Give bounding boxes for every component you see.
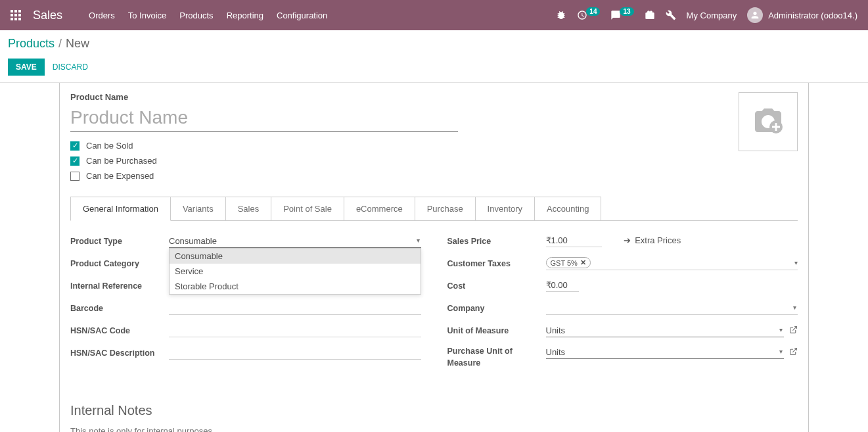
company-label: Company [447, 304, 546, 313]
product-category-label: Product Category [70, 259, 169, 268]
breadcrumb-products[interactable]: Products [8, 37, 55, 51]
hsn-code-label: HSN/SAC Code [70, 326, 169, 335]
nav-configuration[interactable]: Configuration [277, 11, 327, 20]
sales-price-value[interactable]: ₹1.00 [546, 235, 602, 247]
tab-accounting[interactable]: Accounting [534, 197, 601, 221]
internal-notes-title: Internal Notes [70, 403, 798, 418]
tab-point-of-sale[interactable]: Point of Sale [271, 197, 344, 221]
action-buttons: SAVE DISCARD [8, 59, 860, 82]
nav-menu: Orders To Invoice Products Reporting Con… [89, 11, 556, 20]
activities-icon[interactable]: 14 [577, 10, 600, 20]
purchase-uom-select[interactable] [546, 346, 785, 359]
dropdown-option-service[interactable]: Service [170, 264, 421, 279]
barcode-input[interactable] [169, 302, 421, 315]
svg-rect-7 [14, 18, 17, 20]
product-type-select[interactable] [169, 235, 421, 248]
cost-value[interactable]: ₹0.00 [546, 280, 579, 292]
product-image-upload[interactable] [739, 92, 798, 151]
cost-label: Cost [447, 281, 546, 291]
uom-select[interactable] [546, 324, 785, 337]
external-link-icon[interactable] [789, 325, 798, 336]
purchase-uom-label: Purchase Unit of Measure [447, 346, 546, 369]
company-name[interactable]: My Company [687, 11, 737, 20]
nav-reporting[interactable]: Reporting [227, 11, 263, 20]
app-title[interactable]: Sales [33, 9, 62, 22]
tab-sales[interactable]: Sales [225, 197, 272, 221]
discuss-badge: 13 [620, 7, 633, 16]
dropdown-option-consumable[interactable]: Consumable [170, 249, 421, 264]
form-sheet: Product Name Can be Sold Can be Purchase… [59, 83, 809, 432]
hsn-code-input[interactable] [169, 324, 421, 337]
right-column: Sales Price ₹1.00 ➔ Extra Prices Custome… [447, 234, 798, 377]
save-button[interactable]: SAVE [8, 59, 45, 76]
tab-ecommerce[interactable]: eCommerce [344, 197, 415, 221]
checkbox-icon [70, 141, 80, 151]
checkbox-icon [70, 172, 80, 181]
product-name-input[interactable] [70, 105, 458, 132]
breadcrumb-current: New [66, 37, 89, 51]
hsn-desc-input[interactable] [169, 347, 421, 360]
svg-rect-6 [11, 18, 13, 20]
company-select[interactable] [546, 302, 798, 315]
breadcrumb: Products / New [8, 37, 860, 51]
customer-taxes-field[interactable]: GST 5% ✕ ▾ [546, 257, 798, 270]
product-type-dropdown: Consumable Service Storable Product [169, 248, 421, 295]
svg-rect-8 [18, 18, 21, 20]
tab-purchase[interactable]: Purchase [415, 197, 476, 221]
tab-general-information[interactable]: General Information [70, 197, 171, 221]
activities-badge: 14 [586, 7, 600, 16]
nav-orders[interactable]: Orders [89, 11, 115, 20]
barcode-label: Barcode [70, 304, 169, 313]
navbar: Sales Orders To Invoice Products Reporti… [0, 0, 868, 30]
svg-rect-2 [18, 10, 21, 12]
arrow-right-icon: ➔ [624, 235, 631, 245]
user-menu[interactable]: Administrator (odoo14.) [747, 7, 857, 23]
svg-rect-1 [14, 10, 17, 12]
gift-icon[interactable] [645, 10, 655, 20]
apps-icon[interactable] [11, 10, 21, 20]
can-be-purchased-checkbox[interactable]: Can be Purchased [70, 156, 739, 166]
uom-label: Unit of Measure [447, 326, 546, 335]
can-be-sold-label: Can be Sold [86, 141, 133, 151]
debug-icon[interactable] [556, 10, 566, 20]
tab-inventory[interactable]: Inventory [475, 197, 535, 221]
user-name: Administrator (odoo14.) [768, 11, 857, 20]
hsn-desc-label: HSN/SAC Description [70, 348, 169, 358]
avatar-icon [747, 7, 763, 23]
svg-rect-0 [11, 10, 13, 12]
nav-products[interactable]: Products [179, 11, 213, 20]
nav-to-invoice[interactable]: To Invoice [128, 11, 167, 20]
internal-reference-label: Internal Reference [70, 281, 169, 291]
svg-rect-5 [18, 14, 21, 16]
can-be-sold-checkbox[interactable]: Can be Sold [70, 141, 739, 151]
tax-tag: GST 5% ✕ [546, 257, 591, 268]
tab-variants[interactable]: Variants [170, 197, 226, 221]
left-column: Product Type ▾ Consumable Service Storab… [70, 234, 421, 377]
product-type-label: Product Type [70, 237, 169, 246]
extra-prices-link[interactable]: ➔ Extra Prices [624, 235, 681, 245]
remove-tag-icon[interactable]: ✕ [580, 258, 586, 267]
customer-taxes-label: Customer Taxes [447, 259, 546, 268]
dropdown-option-storable[interactable]: Storable Product [170, 279, 421, 294]
product-name-label: Product Name [70, 92, 739, 102]
checkbox-icon [70, 156, 80, 166]
internal-notes-input[interactable] [70, 426, 798, 432]
wrench-icon[interactable] [666, 10, 676, 20]
breadcrumb-sep: / [58, 37, 62, 51]
can-be-expensed-label: Can be Expensed [86, 171, 154, 181]
discuss-icon[interactable]: 13 [610, 10, 633, 20]
sales-price-label: Sales Price [447, 237, 546, 246]
svg-rect-4 [14, 14, 17, 16]
can-be-expensed-checkbox[interactable]: Can be Expensed [70, 171, 739, 181]
control-panel: Products / New SAVE DISCARD [0, 30, 868, 82]
chevron-down-icon: ▾ [794, 259, 798, 266]
svg-rect-3 [11, 14, 13, 16]
external-link-icon[interactable] [789, 347, 798, 358]
nav-right: 14 13 My Company Administrator (odoo14.) [556, 7, 857, 23]
discard-button[interactable]: DISCARD [50, 59, 91, 76]
can-be-purchased-label: Can be Purchased [86, 156, 157, 166]
tabs: General Information Variants Sales Point… [70, 197, 798, 221]
